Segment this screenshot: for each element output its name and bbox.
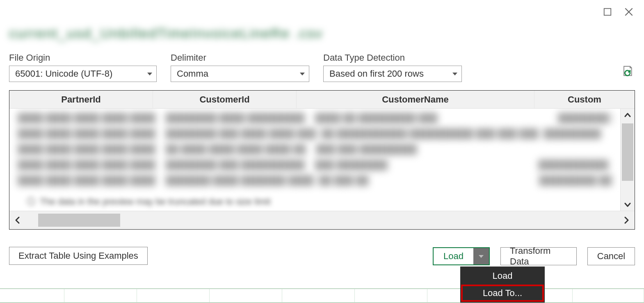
chevron-down-icon (300, 73, 305, 75)
transform-button[interactable]: Transform Data (500, 247, 577, 265)
file-origin-group: File Origin 65001: Unicode (UTF-8) (9, 52, 157, 82)
table-row: ████ ████ ████ ████ ████ ██ ████ ████ ██… (18, 144, 612, 159)
table-row: ████ ████ ████ ████ ████ ███████ ████ ██… (18, 175, 612, 191)
preview-table: PartnerId CustomerId CustomerName Custom… (9, 90, 635, 230)
load-dropdown-toggle[interactable] (473, 247, 490, 265)
file-origin-select[interactable]: 65001: Unicode (UTF-8) (9, 66, 157, 82)
refresh-icon[interactable] (621, 64, 635, 78)
col-custom[interactable]: Custom (534, 91, 635, 108)
scroll-down-icon[interactable] (623, 200, 632, 209)
detection-label: Data Type Detection (323, 52, 462, 63)
detection-value: Based on first 200 rows (329, 68, 424, 79)
delimiter-group: Delimiter Comma (171, 52, 309, 82)
menu-load[interactable]: Load (461, 267, 544, 285)
vertical-scrollbar[interactable] (620, 109, 635, 211)
close-icon[interactable] (623, 6, 635, 18)
extract-button[interactable]: Extract Table Using Examples (9, 247, 148, 265)
col-partnerid[interactable]: PartnerId (9, 91, 153, 108)
options-row: File Origin 65001: Unicode (UTF-8) Delim… (9, 52, 635, 82)
scroll-right-icon[interactable] (622, 216, 630, 224)
detection-group: Data Type Detection Based on first 200 r… (323, 52, 462, 82)
preview-header: PartnerId CustomerId CustomerName Custom (9, 91, 635, 109)
delimiter-select[interactable]: Comma (171, 66, 309, 82)
maximize-icon[interactable] (601, 6, 614, 18)
bottom-bar: Extract Table Using Examples Load Transf… (9, 247, 635, 266)
col-customername[interactable]: CustomerName (297, 91, 534, 108)
detection-select[interactable]: Based on first 200 rows (323, 66, 462, 82)
col-customerid[interactable]: CustomerId (153, 91, 297, 108)
csv-import-dialog: current_usd_UnbilledTimeInvoiceLineRe .c… (7, 0, 637, 283)
table-row: ████ ████ ████ ████ ████ ████████ ███ ██… (18, 159, 612, 175)
table-row: ████ ████ ████ ████ ████ ████████ ████ █… (18, 113, 612, 128)
horizontal-scrollbar[interactable] (9, 211, 635, 229)
table-row: ████ ████ ████ ████ ████ ████████ ███ ██… (18, 128, 612, 144)
chevron-down-icon (452, 73, 457, 75)
load-button-group: Load (433, 247, 490, 265)
refresh-wrap (621, 52, 635, 78)
delimiter-label: Delimiter (171, 52, 309, 63)
cancel-button[interactable]: Cancel (587, 247, 635, 265)
scroll-left-icon[interactable] (14, 216, 22, 224)
preview-info-text: The data in the preview may be truncated… (40, 196, 271, 207)
scroll-thumb[interactable] (38, 214, 120, 227)
file-origin-label: File Origin (9, 52, 157, 63)
chevron-down-icon (147, 73, 152, 75)
menu-load-to[interactable]: Load To... (461, 285, 544, 302)
info-icon: ⓘ (27, 196, 36, 208)
delimiter-value: Comma (177, 68, 208, 79)
preview-info: ⓘ The data in the preview may be truncat… (27, 196, 271, 208)
chevron-down-icon (479, 255, 484, 258)
spreadsheet-grid-background (0, 288, 644, 303)
scroll-thumb[interactable] (622, 123, 633, 181)
file-origin-value: 65001: Unicode (UTF-8) (15, 68, 112, 79)
svg-rect-0 (604, 9, 611, 16)
window-controls (601, 6, 635, 18)
load-button[interactable]: Load (433, 247, 473, 265)
load-dropdown-menu: Load Load To... (460, 267, 545, 303)
scroll-up-icon[interactable] (623, 111, 632, 119)
file-title: current_usd_UnbilledTimeInvoiceLineRe .c… (9, 25, 323, 41)
